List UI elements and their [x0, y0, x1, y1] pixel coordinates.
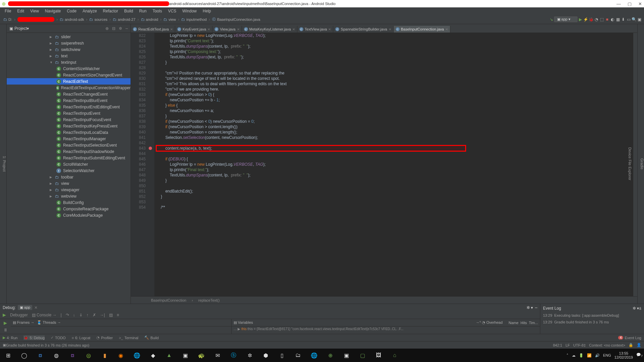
- tree-class[interactable]: CReactTextInputSelectionEvent: [7, 142, 131, 148]
- variables-tab[interactable]: ▤ Variables: [234, 320, 253, 325]
- tree-folder[interactable]: ▶🗀view: [7, 180, 131, 187]
- tree-folder[interactable]: ▶🗀switchview: [7, 46, 131, 53]
- tree-class[interactable]: CReactEditTextInputConnectionWrapper: [7, 85, 131, 91]
- menu-navigate[interactable]: Navigate: [42, 8, 63, 14]
- taskbar-app[interactable]: 🗂: [291, 350, 305, 361]
- breadcrumb-item[interactable]: 🗀android-27: [111, 17, 137, 21]
- menu-file[interactable]: File: [2, 8, 14, 14]
- tree-folder[interactable]: ▶🗀toolbar: [7, 174, 131, 180]
- taskbar-app[interactable]: ▲: [162, 350, 176, 361]
- side-tab-project[interactable]: 1: Project: [2, 156, 6, 171]
- step-out-icon[interactable]: ↑: [87, 313, 89, 317]
- avd-icon[interactable]: ◐: [610, 17, 615, 22]
- cortana-button[interactable]: ◯: [17, 350, 31, 361]
- code-content[interactable]: LogPrinter lp = new LogPrinter(Log.VERBO…: [154, 33, 633, 296]
- breadcrumb-item[interactable]: 🗀D:: [2, 17, 13, 21]
- taskbar-app[interactable]: ▣: [179, 350, 192, 361]
- menu-run[interactable]: Run: [137, 8, 149, 14]
- editor-scroll-strip[interactable]: [633, 33, 637, 296]
- taskbar-app[interactable]: ⌂: [388, 350, 401, 361]
- rerun-icon[interactable]: ▶: [3, 312, 6, 317]
- editor-tab[interactable]: CTextView.java✕: [297, 26, 333, 33]
- tree-class[interactable]: ISelectionWatcher: [7, 167, 131, 174]
- taskbar-app[interactable]: 🐢: [195, 350, 208, 361]
- menu-vcs[interactable]: VCS: [165, 8, 179, 14]
- tree-class[interactable]: CCompositeReactPackage: [7, 206, 131, 212]
- minimize-button[interactable]: —: [616, 1, 621, 6]
- tree-class[interactable]: CContentSizeWatcher: [7, 65, 131, 72]
- drop-frame-icon[interactable]: ✗: [93, 313, 96, 317]
- breadcrumb-item[interactable]: 🗀inputmethod: [180, 17, 208, 21]
- tree-folder[interactable]: ▶🗀slider: [7, 34, 131, 40]
- event-log-tab[interactable]: 4 Event Log: [618, 336, 641, 340]
- taskbar-app[interactable]: ✉: [211, 350, 224, 361]
- menu-window[interactable]: Window: [180, 8, 199, 14]
- editor-tab[interactable]: CMetaKeyKeyListener.java✕: [242, 26, 297, 33]
- tray-lang[interactable]: ENG: [603, 353, 611, 357]
- taskbar-app[interactable]: ▮: [98, 350, 111, 361]
- taskbar-app[interactable]: ◍: [50, 350, 63, 361]
- editor-tab[interactable]: CReactEditText.java✕: [131, 26, 175, 33]
- tree-class[interactable]: CReactTextInputKeyPressEvent: [7, 123, 131, 129]
- breadcrumb-item[interactable]: 🗀sources: [88, 17, 109, 21]
- bottom-tab[interactable]: ◔ Profiler: [96, 335, 113, 340]
- resume-icon[interactable]: ▶: [4, 320, 7, 325]
- tree-class[interactable]: CScrollWatcher: [7, 161, 131, 167]
- line-separator[interactable]: LF: [565, 343, 570, 347]
- force-step-icon[interactable]: ⇓: [79, 313, 83, 317]
- apply-changes-icon[interactable]: ⚡: [583, 17, 588, 22]
- taskbar-app[interactable]: ✲: [243, 350, 256, 361]
- trace-icon[interactable]: ≡: [117, 313, 119, 317]
- tree-class[interactable]: CReactTextInputEndEditingEvent: [7, 104, 131, 110]
- variables-content[interactable]: … ▶ this this = {ReactEditText@8171} "co…: [232, 326, 540, 331]
- taskbar-app[interactable]: ◉: [114, 350, 128, 361]
- minimize-panel-icon[interactable]: ⎼: [535, 305, 537, 310]
- menu-view[interactable]: View: [28, 8, 42, 14]
- menu-edit[interactable]: Edit: [14, 8, 27, 14]
- close-tab-icon[interactable]: ✕: [328, 28, 331, 31]
- tree-class[interactable]: CReactTextInputManager: [7, 136, 131, 142]
- collapse-icon[interactable]: ⊕: [105, 26, 109, 31]
- frames-tab[interactable]: ▤ Frames →: [13, 320, 34, 325]
- close-tab-icon[interactable]: ✕: [389, 28, 391, 31]
- step-over-icon[interactable]: ↷: [66, 313, 69, 317]
- search-icon[interactable]: 🔍: [631, 17, 637, 22]
- taskbar-app[interactable]: 🖼: [372, 350, 385, 361]
- close-tab-icon[interactable]: ✕: [445, 28, 448, 31]
- taskbar-app[interactable]: ⊕: [324, 350, 337, 361]
- tree-class[interactable]: CReactTextInputLocalData: [7, 129, 131, 136]
- taskbar-app[interactable]: ◎: [82, 350, 95, 361]
- bottom-tab[interactable]: ▶ 4: Run: [3, 335, 17, 340]
- tray-cloud-icon[interactable]: ☁: [572, 353, 576, 358]
- breadcrumb-item[interactable]: 🗀android: [140, 17, 160, 21]
- tree-folder[interactable]: ▶🗀swiperefresh: [7, 40, 131, 46]
- taskbar-app[interactable]: ▣: [340, 350, 353, 361]
- tree-folder[interactable]: ▶🗀text: [7, 53, 131, 59]
- close-button[interactable]: ✕: [638, 1, 642, 6]
- close-tab-icon[interactable]: ✕: [237, 28, 240, 31]
- run-icon[interactable]: ▶: [578, 17, 583, 22]
- threads-tab[interactable]: 🧵 Threads →: [37, 320, 61, 325]
- side-tab-device-explorer[interactable]: Device File Explorer: [628, 147, 632, 180]
- side-tab-gradle[interactable]: Gradle: [640, 158, 644, 169]
- run-config-selector[interactable]: ▣ app ▾: [554, 16, 578, 22]
- tree-class[interactable]: CReactEditText: [7, 78, 131, 85]
- tree-class[interactable]: CReactTextChangedEvent: [7, 91, 131, 97]
- breakpoint-gutter[interactable]: [148, 33, 154, 296]
- run-to-cursor-icon[interactable]: →|: [100, 313, 105, 317]
- tree-class[interactable]: CReactTextInputSubmitEditingEvent: [7, 155, 131, 161]
- tray-notifications[interactable]: 💬7: [636, 353, 643, 358]
- sdk-icon[interactable]: ▦: [615, 17, 621, 22]
- eventlog-gear-icon[interactable]: ✲ ▾: [633, 306, 639, 311]
- menu-refactor[interactable]: Refactor: [100, 8, 121, 14]
- tray-battery-icon[interactable]: 🔋: [579, 353, 584, 358]
- taskbar-app[interactable]: ⧈: [66, 350, 79, 361]
- tray-wifi-icon[interactable]: 📶: [587, 353, 592, 358]
- bottom-tab[interactable]: >_ Terminal: [119, 335, 138, 340]
- inspector-icon[interactable]: 👤: [637, 343, 641, 347]
- breadcrumb-item[interactable]: ⒸBaseInputConnection.java: [211, 17, 261, 22]
- overhead-tab[interactable]: →° ◔ Overhead: [476, 320, 503, 325]
- settings-icon[interactable]: ✲: [119, 26, 122, 31]
- editor-tab[interactable]: CBaseInputConnection.java✕: [394, 26, 450, 33]
- editor-tab[interactable]: CKeyEvent.java✕: [175, 26, 212, 33]
